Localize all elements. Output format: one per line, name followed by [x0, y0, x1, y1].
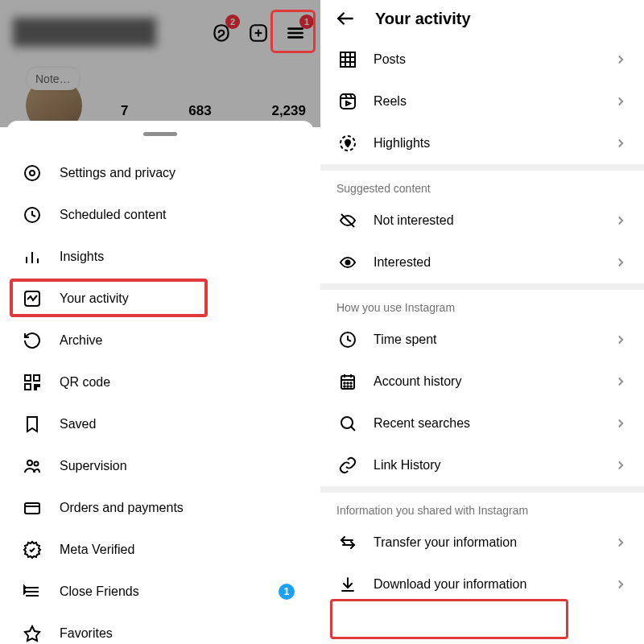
- menu-label: Orders and payments: [60, 501, 299, 515]
- svg-point-42: [346, 261, 350, 265]
- row-label: Not interested: [374, 213, 599, 228]
- activity-icon: [21, 289, 43, 308]
- svg-point-53: [350, 386, 352, 387]
- svg-point-6: [25, 166, 39, 180]
- menu-scheduled-content[interactable]: Scheduled content: [6, 194, 314, 236]
- chevron-right-icon: [613, 458, 628, 473]
- menu-meta-verified[interactable]: Meta Verified: [6, 529, 314, 571]
- menu-label: Close Friends: [60, 584, 262, 599]
- menu-label: Favorites: [60, 626, 299, 641]
- grid-icon: [336, 50, 359, 69]
- svg-rect-15: [25, 384, 31, 390]
- menu-orders-payments[interactable]: Orders and payments: [6, 487, 314, 529]
- row-label: Interested: [374, 255, 599, 270]
- svg-rect-16: [35, 385, 36, 386]
- chevron-right-icon: [613, 577, 628, 592]
- row-recent-searches[interactable]: Recent searches: [320, 402, 644, 444]
- menu-saved[interactable]: Saved: [6, 403, 314, 445]
- gear-icon: [21, 163, 43, 183]
- supervision-icon: [21, 456, 43, 476]
- svg-point-52: [347, 386, 349, 387]
- menu-close-friends[interactable]: Close Friends 1: [6, 571, 314, 613]
- svg-line-55: [351, 427, 355, 431]
- clock-icon: [336, 330, 359, 349]
- bookmark-icon: [21, 415, 43, 434]
- menu-label: Your activity: [60, 291, 299, 306]
- row-time-spent[interactable]: Time spent: [320, 319, 644, 361]
- insights-icon: [21, 247, 43, 266]
- row-label: Transfer your information: [374, 535, 599, 550]
- menu-label: Supervision: [60, 459, 299, 473]
- svg-point-19: [27, 460, 32, 465]
- svg-marker-39: [346, 101, 350, 105]
- chevron-right-icon: [613, 136, 628, 151]
- chevron-right-icon: [613, 94, 628, 109]
- profile-header: 2 1 Note… 7 683 2,239: [0, 0, 320, 127]
- search-icon: [336, 414, 359, 433]
- chevron-right-icon: [613, 332, 628, 347]
- menu-label: Settings and privacy: [60, 166, 299, 180]
- svg-point-7: [30, 171, 35, 175]
- row-link-history[interactable]: Link History: [320, 444, 644, 486]
- menu-label: Insights: [60, 250, 299, 264]
- row-download-info[interactable]: Download your information: [320, 564, 644, 605]
- row-label: Account history: [374, 374, 599, 389]
- svg-point-51: [344, 386, 345, 387]
- svg-rect-30: [341, 52, 355, 67]
- verified-icon: [21, 540, 43, 559]
- svg-rect-17: [38, 385, 39, 386]
- menu-qr-code[interactable]: QR code: [6, 361, 314, 403]
- svg-point-49: [347, 382, 349, 384]
- svg-rect-14: [34, 375, 39, 381]
- svg-point-48: [344, 382, 345, 384]
- row-label: Download your information: [374, 577, 599, 592]
- eye-icon: [336, 253, 359, 272]
- row-interested[interactable]: Interested: [320, 242, 644, 283]
- drag-handle[interactable]: [143, 132, 177, 136]
- row-not-interested[interactable]: Not interested: [320, 200, 644, 242]
- row-transfer-info[interactable]: Transfer your information: [320, 522, 644, 564]
- menu-archive[interactable]: Archive: [6, 320, 314, 361]
- menu-label: Saved: [60, 417, 299, 431]
- close-friends-icon: [21, 582, 43, 601]
- chevron-right-icon: [613, 213, 628, 228]
- close-friends-badge: 1: [279, 584, 295, 600]
- menu-insights[interactable]: Insights: [6, 236, 314, 278]
- svg-point-50: [350, 382, 352, 384]
- chevron-right-icon: [613, 374, 628, 389]
- row-reels[interactable]: Reels: [320, 80, 644, 122]
- row-account-history[interactable]: Account history: [320, 361, 644, 402]
- card-icon: [21, 498, 43, 518]
- menu-supervision[interactable]: Supervision: [6, 445, 314, 487]
- transfer-icon: [336, 533, 359, 552]
- menu-label: Archive: [60, 333, 299, 348]
- reels-icon: [336, 92, 359, 111]
- menu-label: Scheduled content: [60, 208, 299, 222]
- menu-your-activity[interactable]: Your activity: [6, 278, 314, 320]
- svg-marker-26: [24, 586, 26, 589]
- menu-settings-privacy[interactable]: Settings and privacy: [6, 152, 314, 194]
- row-label: Time spent: [374, 332, 599, 347]
- chevron-right-icon: [613, 416, 628, 431]
- highlights-icon: [336, 134, 359, 153]
- svg-marker-27: [24, 590, 26, 593]
- svg-point-20: [35, 462, 39, 466]
- row-label: Link History: [374, 458, 599, 473]
- qr-icon: [21, 373, 43, 392]
- back-icon[interactable]: [335, 8, 356, 29]
- section-how-you-use: How you use Instagram: [320, 290, 644, 319]
- chevron-right-icon: [613, 535, 628, 550]
- svg-point-54: [341, 417, 353, 428]
- chevron-right-icon: [613, 255, 628, 270]
- row-highlights[interactable]: Highlights: [320, 122, 644, 164]
- row-label: Highlights: [374, 136, 599, 151]
- section-info-shared: Information you shared with Instagram: [320, 493, 644, 522]
- star-icon: [21, 624, 43, 643]
- eye-off-icon: [336, 211, 359, 230]
- row-posts[interactable]: Posts: [320, 39, 644, 80]
- menu-favorites[interactable]: Favorites: [6, 613, 314, 644]
- svg-rect-13: [25, 375, 31, 381]
- svg-rect-18: [35, 388, 36, 390]
- row-label: Posts: [374, 52, 599, 67]
- link-icon: [336, 456, 359, 475]
